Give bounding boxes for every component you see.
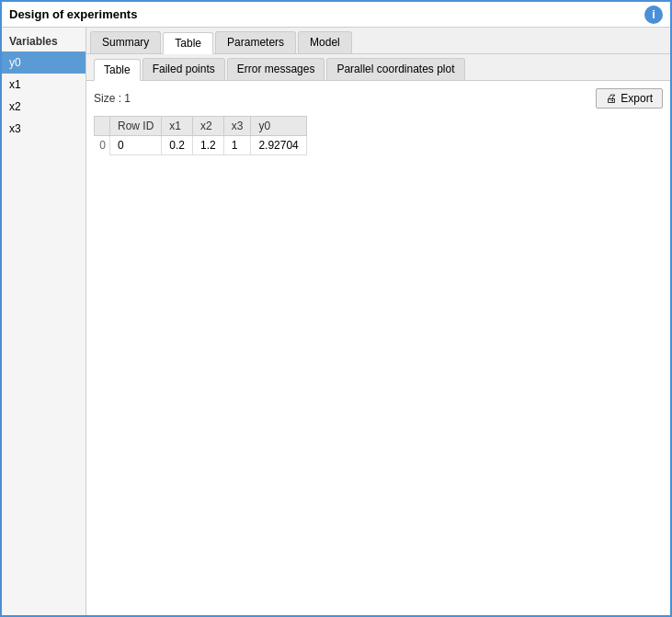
sidebar: Variables y0 x1 x2 x3 — [2, 28, 86, 615]
cell-x1-0: 0.2 — [162, 136, 193, 155]
tab-parameters[interactable]: Parameters — [215, 31, 296, 53]
right-panel: Summary Table Parameters Model Table Fai… — [86, 28, 670, 615]
tab-summary[interactable]: Summary — [90, 31, 161, 53]
size-label-text: Size : 1 — [94, 92, 131, 105]
data-table: Row ID x1 x2 x3 y0 0 0 0.2 1.2 — [94, 116, 307, 155]
panel-content: Size : 1 🖨 Export Row ID x1 x2 x3 — [86, 81, 670, 615]
col-header-y0: y0 — [251, 117, 306, 136]
info-button[interactable]: i — [644, 6, 663, 24]
table-row: 0 0 0.2 1.2 1 2.92704 — [95, 136, 307, 155]
row-num-0: 0 — [95, 136, 110, 155]
cell-x3-0: 1 — [223, 136, 251, 155]
export-label: Export — [621, 92, 653, 105]
size-bar: Size : 1 🖨 Export — [94, 88, 663, 109]
sidebar-item-x2[interactable]: x2 — [2, 96, 85, 118]
sidebar-header: Variables — [2, 31, 85, 51]
inner-tab-error-messages[interactable]: Error messages — [227, 58, 325, 80]
inner-tab-table[interactable]: Table — [94, 59, 141, 81]
col-header-empty — [95, 117, 110, 136]
export-button[interactable]: 🖨 Export — [596, 88, 663, 109]
table-header-row: Row ID x1 x2 x3 y0 — [95, 117, 307, 136]
sidebar-item-x1[interactable]: x1 — [2, 74, 85, 96]
col-header-x1: x1 — [162, 117, 193, 136]
cell-y0-0: 2.92704 — [251, 136, 306, 155]
main-window: Design of experiments i Variables y0 x1 … — [0, 0, 672, 617]
tab-model[interactable]: Model — [298, 31, 352, 53]
main-content: Variables y0 x1 x2 x3 Summary Table Para… — [2, 28, 670, 615]
window-title: Design of experiments — [9, 7, 137, 21]
title-bar: Design of experiments i — [2, 2, 670, 28]
inner-tab-failed-points[interactable]: Failed points — [142, 58, 225, 80]
col-header-x3: x3 — [223, 117, 251, 136]
tab-table[interactable]: Table — [163, 32, 213, 54]
inner-tabs: Table Failed points Error messages Paral… — [86, 54, 670, 81]
export-icon: 🖨 — [606, 92, 617, 105]
col-header-row-id: Row ID — [110, 117, 162, 136]
sidebar-item-y0[interactable]: y0 — [2, 51, 85, 74]
sidebar-item-x3[interactable]: x3 — [2, 118, 85, 140]
cell-x2-0: 1.2 — [193, 136, 224, 155]
col-header-x2: x2 — [193, 117, 224, 136]
outer-tabs: Summary Table Parameters Model — [86, 28, 670, 54]
cell-row-id-0: 0 — [110, 136, 162, 155]
inner-tab-parallel-coordinates[interactable]: Parallel coordinates plot — [326, 58, 464, 80]
